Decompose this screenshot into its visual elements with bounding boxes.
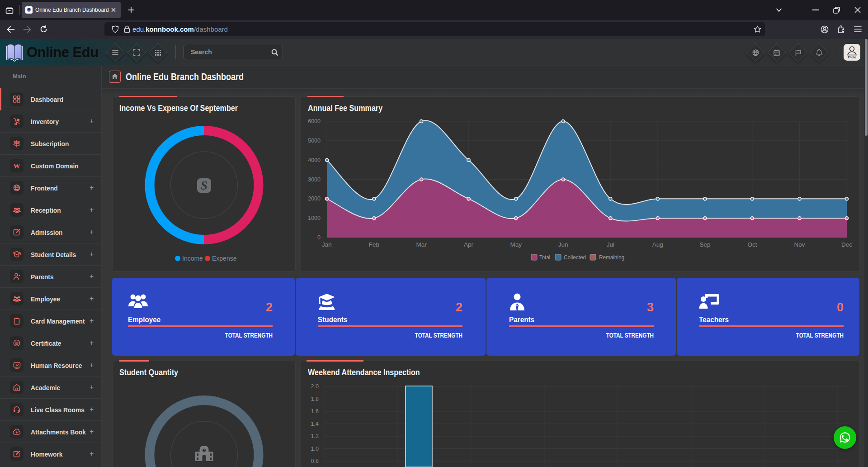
svg-text:S: S	[201, 179, 208, 192]
svg-text:6000: 6000	[308, 118, 321, 124]
svg-text:Jul: Jul	[607, 241, 614, 248]
svg-text:May: May	[510, 241, 522, 248]
svg-text:Jun: Jun	[558, 241, 568, 248]
svg-text:Total: Total	[539, 254, 550, 261]
svg-text:Photo: Photo	[848, 56, 856, 59]
svg-text:1000: 1000	[308, 215, 321, 221]
svg-text:1.8: 1.8	[311, 396, 319, 402]
svg-text:Collected: Collected	[564, 254, 586, 261]
svg-text:Sep: Sep	[699, 241, 710, 248]
svg-text:1.2: 1.2	[311, 433, 319, 439]
svg-text:4000: 4000	[308, 157, 321, 163]
svg-text:Nov: Nov	[794, 241, 805, 248]
svg-text:Dec: Dec	[841, 241, 852, 248]
svg-text:Feb: Feb	[369, 241, 379, 248]
svg-text:Mar: Mar	[416, 241, 427, 248]
svg-text:1.0: 1.0	[311, 446, 319, 452]
svg-text:Expense: Expense	[212, 255, 237, 262]
svg-text:W: W	[14, 162, 20, 169]
svg-text:5000: 5000	[308, 138, 321, 144]
svg-text:2000: 2000	[308, 195, 321, 202]
svg-text:0.8: 0.8	[311, 458, 319, 464]
svg-text:1.4: 1.4	[311, 421, 319, 427]
svg-text:0: 0	[317, 234, 321, 241]
svg-text:Jan: Jan	[322, 241, 332, 248]
svg-text:Apr: Apr	[464, 241, 474, 248]
svg-text:Aug: Aug	[652, 241, 663, 248]
svg-text:2.0: 2.0	[311, 383, 319, 390]
svg-text:Remaining: Remaining	[599, 254, 624, 261]
svg-text:3000: 3000	[308, 176, 321, 183]
svg-text:Income: Income	[182, 255, 203, 262]
svg-text:Oct: Oct	[747, 241, 757, 248]
svg-text:1.6: 1.6	[311, 408, 319, 415]
